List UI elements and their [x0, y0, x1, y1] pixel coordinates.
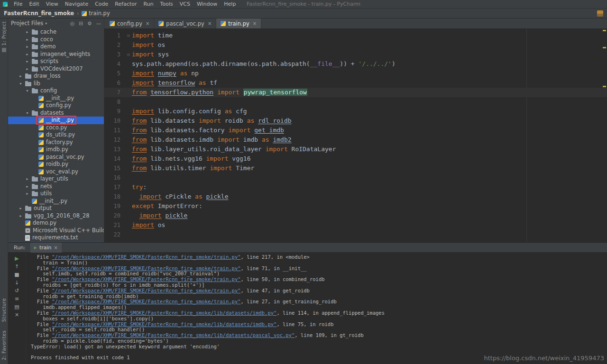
toolbar-icon[interactable] — [597, 10, 603, 17]
menu-navigate[interactable]: Navigate — [62, 0, 92, 8]
run-tab-train[interactable]: ▶ train × — [30, 243, 62, 253]
code-line[interactable]: 5import numpy as np — [104, 69, 607, 78]
code-line[interactable]: 17try: — [104, 182, 607, 192]
tree-item-coco-py[interactable]: coco.py — [8, 124, 104, 132]
tree-item-output[interactable]: ▸output — [8, 205, 104, 212]
tree-item-init-py[interactable]: __init__.py — [8, 117, 104, 124]
code-line[interactable]: 9import lib.config.config as cfg — [104, 107, 607, 116]
code-line[interactable]: 21import os — [104, 220, 607, 230]
tree-item-pascal-voc-py[interactable]: pascal_voc.py — [8, 154, 104, 161]
tree-item-lib[interactable]: ▾lib — [8, 80, 104, 88]
tree-item-roidb-py[interactable]: roidb.py — [8, 161, 104, 168]
code-line[interactable]: 6import tensorflow as tf — [104, 78, 607, 88]
breadcrumb-project[interactable]: FasterRcnn_fire_smoke — [4, 10, 74, 17]
tool-window-project[interactable]: 1: Project — [1, 21, 7, 46]
code-line[interactable]: 15from lib.utils.timer import Timer — [104, 164, 607, 173]
code-line[interactable]: 20 import pickle — [104, 211, 607, 220]
restore-layout-button[interactable]: ↺ — [15, 287, 19, 294]
code-line[interactable]: 8 — [104, 97, 607, 107]
locate-icon[interactable]: ◎ — [70, 21, 74, 26]
collapse-all-icon[interactable]: ⊟ — [79, 21, 83, 26]
tree-item-ds-utils-py[interactable]: ds_utils.py — [8, 131, 104, 139]
close-icon[interactable]: × — [208, 21, 212, 26]
settings-icon[interactable]: ⚙ — [87, 21, 92, 26]
tree-item-utils[interactable]: ▸utils — [8, 190, 104, 198]
stack-down-button[interactable]: ↓ — [15, 279, 19, 286]
menu-vcs[interactable]: VCS — [176, 0, 193, 8]
tree-item-config[interactable]: ▾config — [8, 87, 104, 95]
stack-trace-link[interactable]: "/root/Workspace/XHM/FIRE_SMOKE/FasterRc… — [52, 299, 240, 304]
code-line[interactable]: 14from lib.nets.vgg16 import vgg16 — [104, 154, 607, 164]
tree-item-scripts[interactable]: ▸scripts — [8, 58, 104, 65]
error-stripe-mark[interactable] — [603, 86, 606, 87]
tree-item-draw-loss[interactable]: ▸draw_loss — [8, 73, 104, 80]
project-view-selector[interactable]: Project Files — [11, 20, 43, 27]
hide-panel-icon[interactable]: — — [96, 21, 101, 26]
breadcrumb-file[interactable]: train.py — [82, 10, 110, 17]
tree-item-demo-py[interactable]: demo.py — [8, 219, 104, 227]
code-line[interactable]: 19except ImportError: — [104, 201, 607, 211]
code-line[interactable]: 13from lib.layer_utils.roi_data_layer im… — [104, 145, 607, 154]
code-line[interactable]: 2import os — [104, 40, 607, 50]
stack-trace-link[interactable]: "/root/Workspace/XHM/FIRE_SMOKE/FasterRc… — [52, 288, 240, 293]
tree-item-layer-utils[interactable]: ▸layer_utils — [8, 175, 104, 183]
tree-item-init-py[interactable]: __init__.py — [8, 198, 104, 205]
stack-trace-link[interactable]: "/root/Workspace/XHM/FIRE_SMOKE/FasterRc… — [52, 332, 294, 338]
tree-item-datasets[interactable]: ▾datasets — [8, 109, 104, 117]
tree-item-config-py[interactable]: config.py — [8, 102, 104, 109]
stack-trace-link[interactable]: "/root/Workspace/XHM/FIRE_SMOKE/FasterRc… — [52, 276, 240, 282]
tree-item-voc-eval-py[interactable]: voc_eval.py — [8, 168, 104, 176]
stack-up-button[interactable]: ↑ — [15, 263, 19, 270]
code-line[interactable]: 4sys.path.append(os.path.dirname(os.path… — [104, 59, 607, 69]
rerun-button[interactable]: ▶ — [15, 255, 18, 262]
code-line[interactable]: 22 — [104, 230, 607, 239]
clear-console-button[interactable]: ✕ — [15, 311, 19, 318]
menu-code[interactable]: Code — [92, 0, 111, 8]
code-line[interactable]: 1⊟import time — [104, 31, 607, 40]
tool-window-favorites[interactable]: 2: Favorites — [1, 330, 7, 360]
stack-trace-link[interactable]: "/root/Workspace/XHM/FIRE_SMOKE/FasterRc… — [52, 265, 240, 271]
error-stripe-mark[interactable] — [603, 47, 606, 48]
menu-edit[interactable]: Edit — [26, 0, 42, 8]
code-line[interactable]: 16 — [104, 173, 607, 182]
tree-item-factory-py[interactable]: factory.py — [8, 139, 104, 146]
stack-trace-link[interactable]: "/root/Workspace/XHM/FIRE_SMOKE/FasterRc… — [52, 254, 240, 260]
tree-item-microsoft-visual-c-build-tools-exe[interactable]: Microsoft Visual C++ Build Tools.exe — [8, 227, 104, 235]
menu-help[interactable]: Help — [221, 0, 239, 8]
code-line[interactable]: 10from lib.datasets import roidb as rdl_… — [104, 116, 607, 126]
close-icon[interactable]: × — [146, 21, 149, 26]
stack-trace-link[interactable]: "/root/Workspace/XHM/FIRE_SMOKE/FasterRc… — [52, 321, 276, 327]
code-line[interactable]: 18 import cPickle as pickle — [104, 192, 607, 201]
fold-icon[interactable]: ⊟ — [125, 50, 132, 59]
editor-tab-config-py[interactable]: config.py× — [105, 18, 154, 28]
code-line[interactable]: 7from tensorflow.python import pywrap_te… — [104, 88, 607, 97]
stack-trace-link[interactable]: "/root/Workspace/XHM/FIRE_SMOKE/FasterRc… — [52, 310, 276, 316]
editor-tab-train-py[interactable]: train.py× — [216, 18, 261, 28]
tree-item-vocdevkit2007[interactable]: ▸VOCdevkit2007 — [8, 65, 104, 73]
error-stripe-mark[interactable] — [603, 30, 606, 31]
tree-item-cache[interactable]: ▸cache — [8, 28, 104, 36]
menu-run[interactable]: Run — [140, 0, 157, 8]
close-icon[interactable]: × — [54, 245, 58, 250]
soft-wrap-button[interactable]: ▤ — [14, 303, 19, 310]
code-line[interactable]: 11from lib.datasets.factory import get_i… — [104, 126, 607, 135]
code-line[interactable]: 3⊟import sys — [104, 50, 607, 59]
pin-tab-button[interactable]: ≡ — [15, 295, 19, 302]
menu-refactor[interactable]: Refactor — [111, 0, 140, 8]
code-editor[interactable]: 1⊟import time2import os3⊟import sys4sys.… — [104, 29, 607, 242]
close-icon[interactable]: × — [253, 21, 257, 26]
menu-window[interactable]: Window — [193, 0, 221, 8]
code-line[interactable]: 12from lib.datasets.imdb import imdb as … — [104, 135, 607, 145]
menu-tools[interactable]: Tools — [157, 0, 176, 8]
editor-tab-pascal-voc-py[interactable]: pascal_voc.py× — [154, 18, 216, 28]
fold-icon[interactable]: ⊟ — [125, 31, 132, 40]
menu-view[interactable]: View — [43, 0, 62, 8]
tree-item-imagenet-weights[interactable]: ▸imagenet_weights — [8, 51, 104, 58]
tree-item-requirements-txt[interactable]: requirements.txt — [8, 234, 104, 242]
tree-item-nets[interactable]: ▸nets — [8, 183, 104, 191]
run-console[interactable]: File "/root/Workspace/XHM/FIRE_SMOKE/Fas… — [26, 253, 607, 364]
stop-button[interactable]: ■ — [14, 271, 19, 278]
tree-item-init-py[interactable]: __init__.py — [8, 95, 104, 102]
tree-item-vgg-16-2016-08-28[interactable]: ▸vgg_16_2016_08_28 — [8, 212, 104, 220]
tree-item-imdb-py[interactable]: imdb.py — [8, 146, 104, 154]
